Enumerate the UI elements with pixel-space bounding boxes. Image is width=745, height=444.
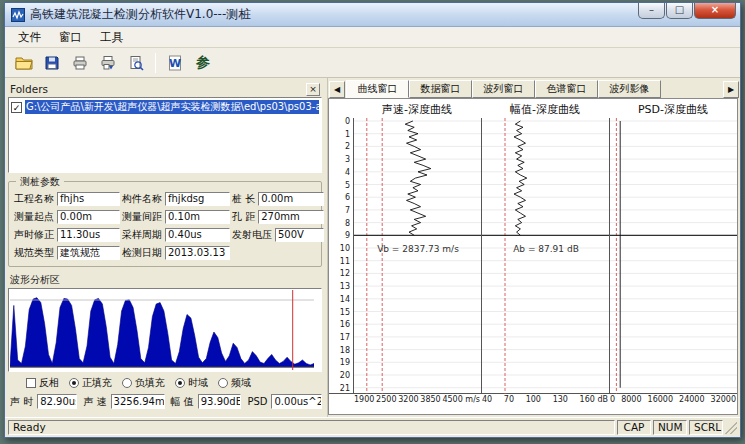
folders-title: Folders bbox=[10, 83, 48, 95]
word-document-icon: W bbox=[167, 55, 183, 71]
chart-titles-row: 声速-深度曲线 幅值-深度曲线 PSD-深度曲线 bbox=[353, 101, 737, 118]
amplitude-depth-chart[interactable]: Ab = 87.91 dB bbox=[481, 118, 609, 394]
x-tick-label: 24000 bbox=[679, 395, 704, 404]
save-button[interactable] bbox=[39, 50, 65, 75]
resize-grip[interactable] bbox=[725, 422, 737, 434]
x-tick-label: 32000 bbox=[711, 395, 736, 404]
freq-domain-radio[interactable]: 频域 bbox=[218, 376, 251, 390]
status-message: Ready bbox=[8, 420, 615, 435]
chart-canvas[interactable]: Vb = 2837.73 m/s bbox=[354, 118, 482, 394]
psd-x-ticks: 08000160002400032000 bbox=[609, 394, 737, 405]
chart-canvas[interactable] bbox=[610, 118, 738, 394]
positive-fill-label: 正填充 bbox=[82, 376, 112, 390]
chart-annotation: Ab = 87.91 dB bbox=[513, 244, 579, 254]
depth-tick-label: 14 bbox=[340, 295, 350, 304]
depth-tick-label: 16 bbox=[340, 320, 350, 329]
tab-wavelist-window[interactable]: 波列窗口 bbox=[472, 80, 535, 98]
sound-time-field[interactable]: 82.90us bbox=[37, 394, 77, 409]
velocity-x-ticks: 19002500320038504500 m/s bbox=[353, 394, 481, 405]
printer-icon bbox=[72, 55, 88, 71]
negative-fill-label: 负填充 bbox=[135, 376, 165, 390]
word-export-button[interactable]: W bbox=[162, 50, 188, 75]
start-depth-field[interactable]: 0.00m bbox=[57, 210, 120, 224]
field-label: 采样周期 bbox=[122, 228, 162, 242]
test-date-field[interactable]: 2013.03.13 bbox=[165, 246, 230, 260]
waveform-display-options: 反相 正填充 负填充 时域 频域 bbox=[8, 376, 322, 390]
toolbar: W 参 bbox=[5, 48, 740, 78]
open-file-button[interactable] bbox=[11, 50, 37, 75]
positive-fill-radio[interactable]: 正填充 bbox=[69, 376, 112, 390]
minimize-button[interactable]: – bbox=[638, 3, 665, 19]
print-button[interactable] bbox=[67, 50, 93, 75]
depth-axis: 0123456789101112131415161718192021 bbox=[329, 118, 353, 393]
x-tick-label: 100 bbox=[526, 395, 541, 404]
sound-speed-field[interactable]: 3256.94m/s bbox=[111, 394, 165, 409]
menu-item-window[interactable]: 窗口 bbox=[50, 28, 91, 47]
chart-canvas[interactable]: Ab = 87.91 dB bbox=[482, 118, 610, 394]
tab-scroll-right-button[interactable]: ▶ bbox=[723, 81, 739, 98]
waveform-plot[interactable] bbox=[8, 288, 322, 372]
velocity-depth-chart[interactable]: Vb = 2837.73 m/s bbox=[353, 118, 481, 394]
main-area: Folders × ✓ G:\公司产品\新开发\超声仪器\超声实装检测数据\ed… bbox=[5, 78, 740, 417]
tab-data-window[interactable]: 数据窗口 bbox=[409, 80, 472, 98]
print-setup-button[interactable] bbox=[95, 50, 121, 75]
depth-tick-label: 2 bbox=[345, 142, 350, 151]
psd-depth-chart[interactable] bbox=[609, 118, 737, 394]
depth-tick-label: 3 bbox=[345, 155, 350, 164]
print-preview-button[interactable] bbox=[123, 50, 149, 75]
desktop: { "window": { "title": "高铁建筑混凝土检测分析软件V1.… bbox=[0, 0, 745, 444]
tab-waveimage-window[interactable]: 波列影像 bbox=[598, 80, 661, 98]
curve-trace bbox=[405, 121, 431, 235]
time-domain-label: 时域 bbox=[188, 376, 208, 390]
tab-curve-window[interactable]: 曲线窗口 bbox=[346, 80, 409, 98]
folders-list[interactable]: ✓ G:\公司产品\新开发\超声仪器\超声实装检测数据\ed\ps03\ps03… bbox=[8, 97, 322, 173]
menu-item-file[interactable]: 文件 bbox=[9, 28, 50, 47]
checkbox-indicator-icon bbox=[26, 378, 36, 388]
time-correction-field[interactable]: 11.30us bbox=[57, 228, 120, 242]
tab-spectrum-window[interactable]: 色谱窗口 bbox=[535, 80, 598, 98]
hole-distance-field[interactable]: 270mm bbox=[258, 210, 324, 224]
reference-button[interactable]: 参 bbox=[190, 50, 216, 75]
tab-strip: ◀ 曲线窗口 数据窗口 波列窗口 色谱窗口 波列影像 ▶ bbox=[328, 78, 740, 98]
field-label: 工程名称 bbox=[14, 192, 54, 206]
spec-type-select[interactable]: 建筑规范 bbox=[57, 246, 120, 260]
measure-interval-field[interactable]: 0.10m bbox=[165, 210, 230, 224]
radio-indicator-icon bbox=[122, 378, 132, 388]
sound-speed-label: 声 速 bbox=[83, 395, 106, 409]
time-domain-radio[interactable]: 时域 bbox=[175, 376, 208, 390]
status-bar: Ready CAP NUM SCRL bbox=[5, 417, 740, 437]
depth-tick-label: 13 bbox=[340, 282, 350, 291]
psd-field[interactable]: 0.00us^2/m bbox=[271, 394, 322, 409]
field-label: 测量起点 bbox=[14, 210, 54, 224]
component-name-field[interactable]: fhjkdsg bbox=[165, 192, 230, 206]
chart-title: PSD-深度曲线 bbox=[609, 101, 737, 118]
depth-tick-label: 7 bbox=[345, 206, 350, 215]
depth-tick-label: 12 bbox=[340, 269, 350, 278]
x-tick-label: 160 dB bbox=[580, 395, 608, 404]
close-button[interactable]: × bbox=[694, 3, 736, 19]
measurement-readouts: 声 时 82.90us 声 速 3256.94m/s 幅 值 93.90dB P… bbox=[8, 394, 322, 409]
folder-checkbox[interactable]: ✓ bbox=[11, 102, 22, 113]
depth-tick-label: 19 bbox=[340, 358, 350, 367]
folder-list-item[interactable]: ✓ G:\公司产品\新开发\超声仪器\超声实装检测数据\ed\ps03\ps03… bbox=[10, 99, 320, 115]
menu-bar: 文件 窗口 工具 bbox=[5, 27, 740, 48]
maximize-button[interactable]: □ bbox=[666, 3, 693, 19]
folders-close-button[interactable]: × bbox=[306, 83, 320, 96]
menu-item-tools[interactable]: 工具 bbox=[91, 28, 132, 47]
x-tick-label: 40 bbox=[482, 395, 492, 404]
depth-tick-label: 20 bbox=[340, 371, 350, 380]
tab-scroll-left-button[interactable]: ◀ bbox=[329, 81, 345, 98]
project-name-field[interactable]: fhjhs bbox=[57, 192, 120, 206]
amplitude-field[interactable]: 93.90dB bbox=[198, 394, 242, 409]
pile-length-field[interactable]: 0.00m bbox=[258, 192, 324, 206]
field-label: 构件名称 bbox=[122, 192, 162, 206]
invert-checkbox[interactable]: 反相 bbox=[26, 376, 59, 390]
title-bar[interactable]: 高铁建筑混凝土检测分析软件V1.0---测桩 – □ × bbox=[5, 3, 740, 27]
depth-tick-label: 1 bbox=[345, 130, 350, 139]
depth-tick-label: 5 bbox=[345, 181, 350, 190]
negative-fill-radio[interactable]: 负填充 bbox=[122, 376, 165, 390]
sound-time-label: 声 时 bbox=[10, 395, 33, 409]
sample-period-field[interactable]: 0.40us bbox=[165, 228, 230, 242]
depth-tick-label: 4 bbox=[345, 168, 350, 177]
emit-voltage-field[interactable]: 500V bbox=[275, 228, 324, 242]
